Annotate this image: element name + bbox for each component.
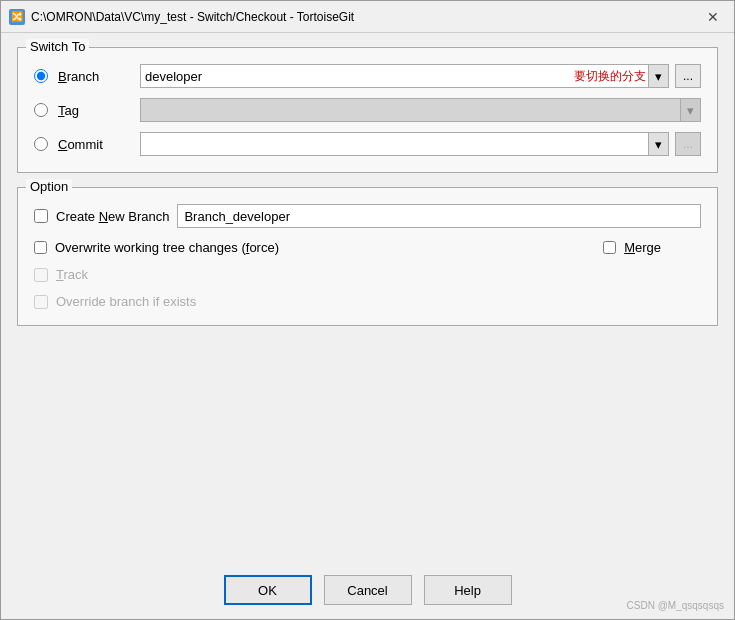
- tag-row: Tag ▾: [34, 98, 701, 122]
- branch-dropdown-arrow[interactable]: ▾: [648, 65, 668, 87]
- tag-label: Tag: [58, 103, 130, 118]
- commit-dropdown[interactable]: ▾: [140, 132, 669, 156]
- track-label: Track: [56, 267, 88, 282]
- branch-row: Branch developer 要切换的分支 ▾ ...: [34, 64, 701, 88]
- switch-to-rows: Branch developer 要切换的分支 ▾ ... Tag: [34, 64, 701, 156]
- main-window: 🔀 C:\OMRON\Data\VC\my_test - Switch/Chec…: [0, 0, 735, 620]
- titlebar: 🔀 C:\OMRON\Data\VC\my_test - Switch/Chec…: [1, 1, 734, 33]
- new-branch-input[interactable]: [177, 204, 701, 228]
- window-title: C:\OMRON\Data\VC\my_test - Switch/Checko…: [31, 10, 354, 24]
- overwrite-checkbox[interactable]: [34, 241, 47, 254]
- override-branch-label: Override branch if exists: [56, 294, 196, 309]
- create-new-branch-label: Create New Branch: [56, 209, 169, 224]
- tag-dropdown-arrow: ▾: [680, 99, 700, 121]
- override-branch-row: Override branch if exists: [34, 294, 701, 309]
- track-checkbox: [34, 268, 48, 282]
- merge-right: Merge: [603, 240, 661, 255]
- titlebar-left: 🔀 C:\OMRON\Data\VC\my_test - Switch/Chec…: [9, 9, 354, 25]
- ok-button[interactable]: OK: [224, 575, 312, 605]
- commit-row: Commit ▾ ...: [34, 132, 701, 156]
- options-rows: Create New Branch Overwrite working tree…: [34, 204, 701, 309]
- option-section: Option Create New Branch Overwrite worki…: [17, 187, 718, 326]
- app-icon: 🔀: [9, 9, 25, 25]
- branch-dropdown-value: developer: [145, 69, 570, 84]
- branch-browse-button[interactable]: ...: [675, 64, 701, 88]
- merge-label: Merge: [624, 240, 661, 255]
- create-new-branch-row: Create New Branch: [34, 204, 701, 228]
- branch-label-text: Branch: [58, 69, 99, 84]
- option-label: Option: [26, 179, 72, 194]
- create-new-branch-checkbox[interactable]: [34, 209, 48, 223]
- switch-to-section: Switch To Branch developer 要切换的分支 ▾ ..: [17, 47, 718, 173]
- branch-label: Branch: [58, 69, 130, 84]
- switch-to-label: Switch To: [26, 39, 89, 54]
- overwrite-label: Overwrite working tree changes (force): [55, 240, 279, 255]
- tag-dropdown-wrapper: ▾: [140, 98, 701, 122]
- main-content: Switch To Branch developer 要切换的分支 ▾ ..: [1, 33, 734, 565]
- branch-radio[interactable]: [34, 69, 48, 83]
- override-branch-checkbox: [34, 295, 48, 309]
- merge-checkbox[interactable]: [603, 241, 616, 254]
- cancel-button[interactable]: Cancel: [324, 575, 412, 605]
- overwrite-left: Overwrite working tree changes (force): [34, 240, 279, 255]
- branch-hint: 要切换的分支: [574, 68, 646, 85]
- close-button[interactable]: ✕: [700, 6, 726, 28]
- commit-radio[interactable]: [34, 137, 48, 151]
- track-row: Track: [34, 267, 701, 282]
- commit-browse-button: ...: [675, 132, 701, 156]
- branch-dropdown-wrapper: developer 要切换的分支 ▾ ...: [140, 64, 701, 88]
- help-button[interactable]: Help: [424, 575, 512, 605]
- overwrite-merge-row: Overwrite working tree changes (force) M…: [34, 240, 701, 255]
- tag-dropdown: ▾: [140, 98, 701, 122]
- footer: OK Cancel Help: [1, 565, 734, 619]
- tag-radio[interactable]: [34, 103, 48, 117]
- commit-label: Commit: [58, 137, 130, 152]
- watermark: CSDN @M_qsqsqsqs: [627, 600, 724, 611]
- commit-dropdown-wrapper: ▾ ...: [140, 132, 701, 156]
- commit-dropdown-arrow[interactable]: ▾: [648, 133, 668, 155]
- branch-dropdown[interactable]: developer 要切换的分支 ▾: [140, 64, 669, 88]
